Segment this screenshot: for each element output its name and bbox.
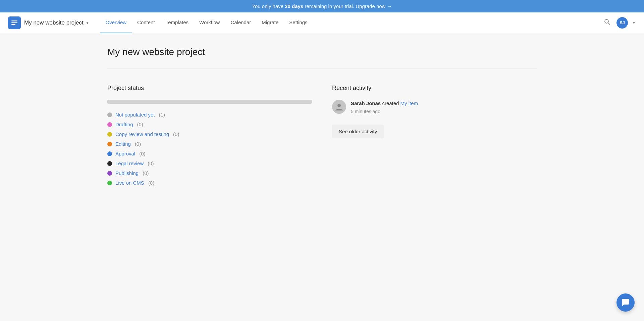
status-count: (0) xyxy=(139,151,145,156)
progress-bar xyxy=(107,100,312,104)
status-item: Legal review (0) xyxy=(107,160,312,166)
status-dot xyxy=(107,142,112,146)
title-divider xyxy=(107,68,537,68)
status-count: (0) xyxy=(148,160,154,166)
status-item: Not populated yet (1) xyxy=(107,112,312,118)
main-nav: Overview Content Templates Workflow Cale… xyxy=(100,12,602,33)
chat-bubble-button[interactable] xyxy=(616,293,635,312)
status-label[interactable]: Copy review and testing xyxy=(115,131,169,137)
svg-point-5 xyxy=(337,104,341,107)
status-dot xyxy=(107,151,112,156)
status-dot xyxy=(107,132,112,137)
svg-rect-0 xyxy=(11,20,17,21)
activity-entries: Sarah Jonas created My item 5 minutes ag… xyxy=(332,100,537,115)
status-list: Not populated yet (1) Drafting (0) Copy … xyxy=(107,112,312,186)
project-status-title: Project status xyxy=(107,85,312,92)
two-column-layout: Project status Not populated yet (1) Dra… xyxy=(107,85,537,186)
activity-user-avatar xyxy=(332,100,346,114)
status-count: (0) xyxy=(137,122,143,127)
recent-activity-title: Recent activity xyxy=(332,85,537,92)
nav-item-overview[interactable]: Overview xyxy=(100,12,132,33)
nav-item-content[interactable]: Content xyxy=(132,12,160,33)
nav-item-calendar[interactable]: Calendar xyxy=(225,12,256,33)
status-label[interactable]: Approval xyxy=(115,151,135,156)
user-menu-chevron[interactable]: ▼ xyxy=(632,20,636,25)
project-status-section: Project status Not populated yet (1) Dra… xyxy=(107,85,312,186)
status-item: Editing (0) xyxy=(107,141,312,147)
nav-item-settings[interactable]: Settings xyxy=(284,12,313,33)
project-dropdown-chevron[interactable]: ▼ xyxy=(86,20,90,25)
status-item: Drafting (0) xyxy=(107,122,312,127)
status-label[interactable]: Live on CMS xyxy=(115,180,144,186)
upgrade-link[interactable]: Upgrade now → xyxy=(356,3,392,9)
activity-text: Sarah Jonas created My item 5 minutes ag… xyxy=(351,100,418,115)
logo-area[interactable]: My new website project ▼ xyxy=(8,16,90,29)
status-count: (0) xyxy=(135,141,141,147)
svg-line-4 xyxy=(608,23,610,25)
status-dot xyxy=(107,181,112,185)
status-dot xyxy=(107,161,112,166)
status-dot xyxy=(107,122,112,127)
nav-item-workflow[interactable]: Workflow xyxy=(194,12,225,33)
project-name-header: My new website project ▼ xyxy=(24,19,90,26)
status-label[interactable]: Not populated yet xyxy=(115,112,155,118)
see-older-activity-button[interactable]: See older activity xyxy=(332,125,384,138)
main-content: My new website project Project status No… xyxy=(87,33,557,199)
status-item: Copy review and testing (0) xyxy=(107,131,312,137)
app-logo xyxy=(8,16,21,29)
status-label[interactable]: Editing xyxy=(115,141,131,147)
status-count: (0) xyxy=(143,170,149,176)
status-count: (0) xyxy=(173,131,179,137)
status-label[interactable]: Drafting xyxy=(115,122,133,127)
status-label[interactable]: Publishing xyxy=(115,170,139,176)
svg-rect-2 xyxy=(11,24,15,25)
status-count: (1) xyxy=(159,112,165,118)
status-label[interactable]: Legal review xyxy=(115,160,144,166)
nav-item-migrate[interactable]: Migrate xyxy=(256,12,284,33)
activity-entry: Sarah Jonas created My item 5 minutes ag… xyxy=(332,100,537,115)
status-dot xyxy=(107,112,112,117)
status-item: Approval (0) xyxy=(107,151,312,156)
page-title: My new website project xyxy=(107,47,537,57)
header-right: SJ ▼ xyxy=(602,16,636,29)
recent-activity-section: Recent activity Sarah Jonas created My i… xyxy=(332,85,537,186)
trial-banner: You only have 30 days remaining in your … xyxy=(0,0,644,12)
nav-item-templates[interactable]: Templates xyxy=(160,12,194,33)
status-count: (0) xyxy=(148,180,154,186)
status-item: Live on CMS (0) xyxy=(107,180,312,186)
search-button[interactable] xyxy=(602,16,612,29)
user-avatar[interactable]: SJ xyxy=(616,17,628,29)
activity-time: 5 minutes ago xyxy=(351,108,418,115)
status-item: Publishing (0) xyxy=(107,170,312,176)
main-header: My new website project ▼ Overview Conten… xyxy=(0,12,644,33)
status-dot xyxy=(107,171,112,176)
activity-user: Sarah Jonas xyxy=(351,100,381,106)
svg-rect-1 xyxy=(11,22,17,23)
activity-item-link[interactable]: My item xyxy=(400,100,418,106)
banner-text: You only have 30 days remaining in your … xyxy=(252,3,392,9)
